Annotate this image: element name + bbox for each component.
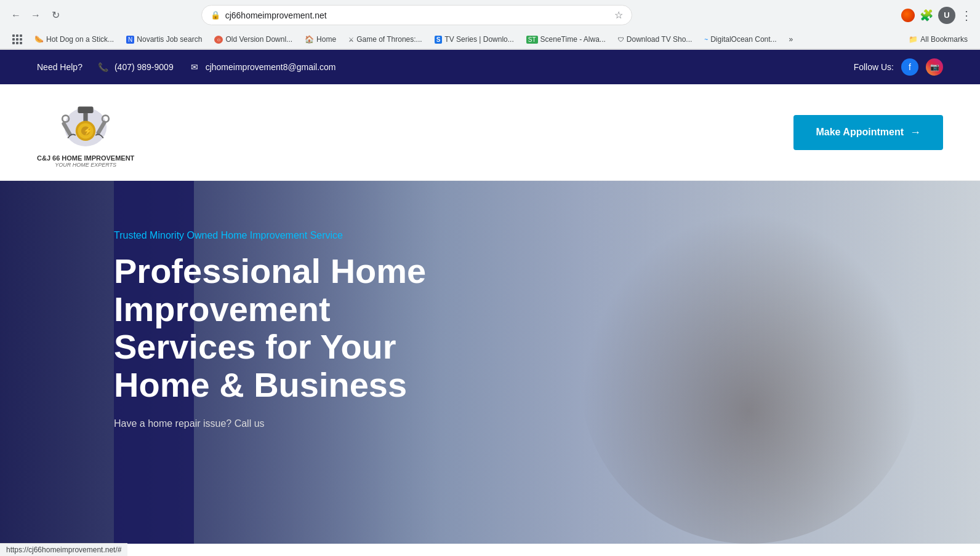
bookmark-home[interactable]: 🏠 Home [300,33,341,46]
hero-tagline: Trusted Minority Owned Home Improvement … [114,230,462,241]
bookmark-scenetime[interactable]: ST SceneTime - Alwa... [521,33,611,46]
browser-toolbar: ← → ↻ 🔒 ☆ 🧩 U ⋮ [0,0,980,30]
forward-button[interactable]: → [27,7,44,24]
site-logo[interactable]: ⚡ C&J 66 HOME IMPROVEMENT YOUR HOME EXPE… [37,97,134,168]
back-button[interactable]: ← [7,7,25,24]
bookmark-label: Novartis Job search [137,35,202,44]
hero-subtitle: Have a home repair issue? Call us [114,418,462,429]
phone-contact[interactable]: 📞 (407) 989-9009 [97,61,174,73]
firefox-icon [901,9,915,22]
bookmarks-bar: 🌭 Hot Dog on a Stick... N Novartis Job s… [0,30,980,49]
all-bookmarks[interactable]: 📁 All Bookmarks [904,33,973,46]
need-help-label: Need Help? [37,62,82,72]
email-contact[interactable]: ✉ cjhomeimprovement8@gmail.com [188,61,336,73]
browser-chrome: ← → ↻ 🔒 ☆ 🧩 U ⋮ [0,0,980,50]
bookmark-label: Home [316,35,336,44]
browser-right-icons: 🧩 U ⋮ [901,7,973,24]
logo-image: ⚡ [58,97,113,152]
bookmark-label: TV Series | Downlo... [444,35,514,44]
svg-rect-6 [78,106,94,113]
browser-status-bar: https://cj66homeimprovement.net/# [0,543,127,544]
all-bookmarks-label: All Bookmarks [920,35,968,44]
bookmark-label: SceneTime - Alwa... [540,35,606,44]
make-appointment-button[interactable]: Make Appointment → [793,115,943,150]
bookmark-download-tv[interactable]: 🛡 Download TV Sho... [613,33,697,46]
website: Need Help? 📞 (407) 989-9009 ✉ cjhomeimpr… [0,50,980,544]
bookmark-label: Game of Thrones:... [356,35,422,44]
bookmark-more[interactable]: » [784,33,798,46]
address-bar[interactable]: 🔒 ☆ [201,5,632,25]
profile-avatar[interactable]: U [938,7,955,24]
extensions-icon[interactable]: 🧩 [920,9,933,22]
bookmark-tv-series[interactable]: S TV Series | Downlo... [430,33,519,46]
top-contact-bar: Need Help? 📞 (407) 989-9009 ✉ cjhomeimpr… [0,50,980,84]
phone-number: (407) 989-9009 [114,62,174,72]
hero-content: Trusted Minority Owned Home Improvement … [0,181,462,429]
logo-tagline: YOUR HOME EXPERTS [55,162,116,168]
browser-nav-buttons: ← → ↻ [7,7,64,24]
bookmark-novartis[interactable]: N Novartis Job search [121,33,207,46]
follow-us-label: Follow Us: [854,62,894,72]
bookmark-old-version[interactable]: ○ Old Version Downl... [209,33,297,46]
more-options-icon[interactable]: ⋮ [960,8,973,23]
phone-icon: 📞 [97,61,110,73]
top-bar-left: Need Help? 📞 (407) 989-9009 ✉ cjhomeimpr… [37,61,336,73]
email-address: cjhomeimprovement8@gmail.com [206,62,336,72]
facebook-button[interactable]: f [901,58,918,76]
hero-title: Professional Home Improvement Services f… [114,252,462,403]
bookmark-hot-dog[interactable]: 🌭 Hot Dog on a Stick... [30,33,119,46]
logo-company-name: C&J 66 HOME IMPROVEMENT [37,154,134,162]
site-header: ⚡ C&J 66 HOME IMPROVEMENT YOUR HOME EXPE… [0,84,980,181]
instagram-button[interactable]: 📷 [926,58,943,76]
appointment-btn-label: Make Appointment [816,127,904,138]
bookmark-digitalocean[interactable]: ~ DigitalOcean Cont... [699,33,781,46]
arrow-right-icon: → [910,126,921,139]
bookmark-apps-grid[interactable] [7,33,27,46]
reload-button[interactable]: ↻ [47,7,64,24]
bookmark-label: Download TV Sho... [627,35,693,44]
bookmark-label: Old Version Downl... [225,35,292,44]
star-icon[interactable]: ☆ [614,9,623,21]
svg-text:⚡: ⚡ [83,126,93,136]
hero-section: Trusted Minority Owned Home Improvement … [0,181,980,544]
email-icon: ✉ [188,61,201,73]
bookmark-label: Hot Dog on a Stick... [46,35,114,44]
url-input[interactable] [225,10,609,20]
top-bar-right: Follow Us: f 📷 [854,58,943,76]
lock-icon: 🔒 [211,10,220,20]
chevron-right-icon: » [789,35,793,44]
bookmark-got[interactable]: ⚔ Game of Thrones:... [343,33,427,46]
folder-icon: 📁 [909,35,918,44]
bookmark-label: DigitalOcean Cont... [710,35,776,44]
